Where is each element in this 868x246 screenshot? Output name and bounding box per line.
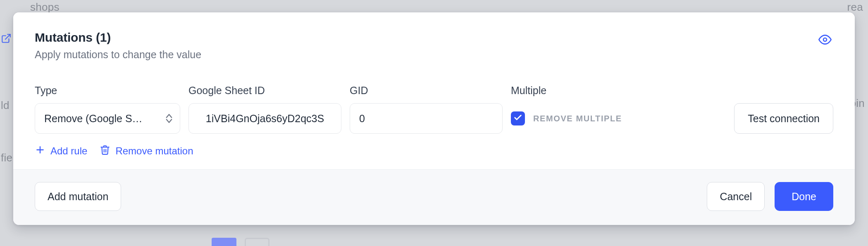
external-link-icon bbox=[1, 33, 12, 45]
modal-title: Mutations (1) bbox=[35, 31, 201, 45]
remove-mutation-label: Remove mutation bbox=[115, 145, 193, 157]
google-sheet-id-label: Google Sheet ID bbox=[188, 85, 341, 97]
gid-label: GID bbox=[350, 85, 503, 97]
bg-text: shops bbox=[30, 1, 60, 14]
check-icon bbox=[513, 113, 522, 124]
remove-multiple-label: REMOVE MULTIPLE bbox=[533, 114, 622, 123]
add-mutation-button[interactable]: Add mutation bbox=[35, 182, 121, 211]
gid-value: 0 bbox=[359, 113, 365, 125]
cancel-label: Cancel bbox=[720, 191, 752, 203]
add-rule-label: Add rule bbox=[50, 145, 87, 157]
svg-line-0 bbox=[5, 34, 10, 39]
add-mutation-label: Add mutation bbox=[48, 191, 108, 203]
google-sheet-id-input[interactable]: 1iVBi4GnOja6s6yD2qc3S bbox=[188, 103, 341, 134]
bg-shape bbox=[212, 238, 236, 246]
done-label: Done bbox=[792, 191, 816, 203]
add-rule-button[interactable]: Add rule bbox=[35, 144, 87, 158]
preview-button[interactable] bbox=[817, 32, 833, 49]
bg-shape bbox=[245, 238, 269, 246]
test-connection-button[interactable]: Test connection bbox=[734, 103, 833, 134]
trash-icon bbox=[100, 144, 110, 158]
eye-icon bbox=[818, 33, 832, 48]
type-label: Type bbox=[35, 85, 180, 97]
type-select[interactable]: Remove (Google S… bbox=[35, 103, 180, 134]
done-button[interactable]: Done bbox=[775, 182, 833, 211]
google-sheet-id-value: 1iVBi4GnOja6s6yD2qc3S bbox=[206, 113, 324, 125]
gid-input[interactable]: 0 bbox=[350, 103, 503, 134]
mutations-modal: Mutations (1) Apply mutations to change … bbox=[13, 12, 855, 225]
remove-multiple-checkbox[interactable] bbox=[511, 111, 525, 125]
test-connection-label: Test connection bbox=[748, 113, 820, 125]
bg-text: rea bbox=[847, 1, 863, 14]
modal-subtitle: Apply mutations to change the value bbox=[35, 49, 201, 61]
cancel-button[interactable]: Cancel bbox=[707, 182, 765, 211]
multiple-label: Multiple bbox=[511, 85, 726, 97]
type-select-value: Remove (Google S… bbox=[44, 113, 171, 125]
svg-point-1 bbox=[823, 38, 827, 41]
remove-mutation-button[interactable]: Remove mutation bbox=[100, 144, 193, 158]
chevron-updown-icon bbox=[166, 114, 172, 123]
bg-text: fie bbox=[1, 151, 12, 164]
bg-text: ld bbox=[1, 99, 10, 112]
plus-icon bbox=[35, 144, 45, 158]
